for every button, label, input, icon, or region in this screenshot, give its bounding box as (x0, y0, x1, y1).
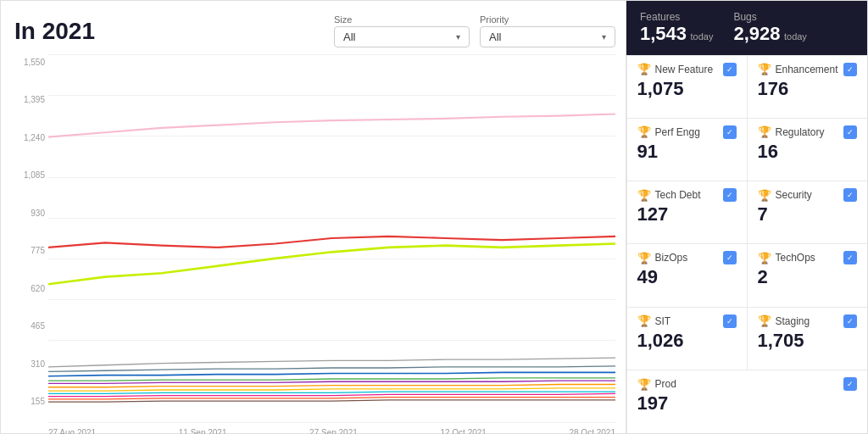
features-summary: Features 1,543 today (640, 11, 713, 45)
metric-name-row: 🏆 Tech Debt (637, 189, 701, 202)
metric-name: BizOps (655, 252, 688, 264)
metric-header: 🏆 Prod ✓ (637, 377, 857, 391)
metric-check-icon[interactable]: ✓ (723, 125, 737, 139)
metric-check-icon[interactable]: ✓ (843, 314, 857, 328)
metric-name: Perf Engg (655, 126, 700, 138)
metric-trophy-icon: 🏆 (637, 314, 651, 327)
metric-trophy-icon: 🏆 (637, 63, 651, 75)
priority-chevron-icon: ▾ (602, 32, 606, 42)
x-axis-label: 12 Oct 2021 (440, 428, 486, 434)
metric-name: Enhancement (776, 64, 838, 75)
metric-check-icon[interactable]: ✓ (843, 377, 857, 391)
metric-check-icon[interactable]: ✓ (843, 63, 857, 76)
metric-header: 🏆 Tech Debt ✓ (637, 188, 737, 202)
y-axis-label: 155 (14, 397, 48, 406)
metric-header: 🏆 BizOps ✓ (637, 251, 737, 264)
y-axis-label: 1,240 (14, 133, 48, 142)
metric-name-row: 🏆 BizOps (637, 252, 688, 264)
y-axis-label: 1,395 (14, 95, 48, 104)
priority-filter-select[interactable]: All ▾ (480, 26, 615, 47)
metric-check-icon[interactable]: ✓ (843, 251, 857, 264)
chart-area: In 2021 Size All ▾ Priority All ▾ (1, 1, 626, 433)
metric-trophy-icon: 🏆 (758, 314, 771, 327)
right-panel: Features 1,543 today Bugs 2,928 today 🏆 … (626, 1, 867, 433)
priority-filter-label: Priority (480, 14, 615, 25)
x-axis-label: 27 Sep 2021 (309, 428, 358, 434)
y-axis-label: 620 (14, 284, 48, 293)
bugs-label: Bugs (733, 11, 806, 23)
y-axis-label: 1,085 (14, 170, 48, 180)
size-filter-select[interactable]: All ▾ (334, 26, 470, 47)
metric-value: 176 (758, 78, 857, 100)
metric-name: TechOps (776, 252, 815, 264)
metric-card[interactable]: 🏆 BizOps ✓ 49 (626, 243, 748, 307)
metric-check-icon[interactable]: ✓ (843, 188, 857, 202)
metric-trophy-icon: 🏆 (637, 189, 651, 202)
bugs-summary: Bugs 2,928 today (733, 11, 806, 45)
metric-value: 91 (637, 141, 737, 163)
metric-check-icon[interactable]: ✓ (843, 125, 857, 139)
priority-filter-value: All (489, 31, 501, 43)
metric-header: 🏆 New Feature ✓ (637, 63, 737, 76)
metric-card[interactable]: 🏆 Tech Debt ✓ 127 (626, 181, 748, 244)
metric-card[interactable]: 🏆 Perf Engg ✓ 91 (626, 118, 748, 181)
metric-check-icon[interactable]: ✓ (723, 314, 737, 328)
metric-card[interactable]: 🏆 TechOps ✓ 2 (747, 243, 868, 307)
metric-name: Tech Debt (655, 189, 701, 201)
metric-name: New Feature (655, 64, 714, 75)
metric-name: Regulatory (776, 126, 825, 138)
metric-value: 1,075 (637, 78, 737, 100)
metric-name: SIT (655, 315, 671, 327)
metric-card[interactable]: 🏆 Security ✓ 7 (747, 181, 868, 244)
metric-name-row: 🏆 Prod (637, 378, 676, 391)
metric-card[interactable]: 🏆 Staging ✓ 1,705 (747, 307, 868, 370)
metric-name-row: 🏆 TechOps (758, 252, 815, 264)
chart-lines (48, 54, 615, 422)
metric-name-row: 🏆 Regulatory (758, 125, 825, 138)
metric-header: 🏆 Security ✓ (758, 188, 857, 202)
metric-check-icon[interactable]: ✓ (723, 63, 737, 76)
metric-name-row: 🏆 Staging (758, 314, 810, 327)
metric-check-icon[interactable]: ✓ (723, 251, 737, 264)
metric-check-icon[interactable]: ✓ (723, 188, 737, 202)
metric-card[interactable]: 🏆 Enhancement ✓ 176 (747, 55, 868, 119)
metric-trophy-icon: 🏆 (637, 125, 651, 138)
metric-value: 197 (637, 392, 857, 415)
features-sub: today (691, 31, 714, 42)
metric-card[interactable]: 🏆 SIT ✓ 1,026 (626, 307, 748, 370)
features-value: 1,543 (640, 23, 687, 44)
metric-value: 7 (758, 203, 857, 225)
y-axis: 1,5501,3951,2401,085930775620465310155 (14, 54, 48, 423)
x-axis-label: 28 Oct 2021 (569, 428, 615, 434)
metric-trophy-icon: 🏆 (758, 63, 771, 75)
metric-name-row: 🏆 Perf Engg (637, 125, 700, 138)
metric-name: Prod (655, 378, 676, 390)
size-chevron-icon: ▾ (456, 32, 460, 42)
metric-name-row: 🏆 Security (758, 189, 812, 202)
x-axis-label: 27 Aug 2021 (48, 428, 96, 434)
bugs-value: 2,928 (733, 23, 780, 44)
metric-card[interactable]: 🏆 Regulatory ✓ 16 (747, 118, 868, 181)
chart-title: In 2021 (14, 18, 95, 45)
metric-value: 127 (637, 203, 737, 225)
metrics-grid: 🏆 New Feature ✓ 1,075 🏆 Enhancement ✓ 17… (626, 55, 867, 433)
y-axis-label: 465 (14, 321, 48, 331)
summary-header: Features 1,543 today Bugs 2,928 today (626, 1, 867, 55)
x-axis-label: 11 Sep 2021 (179, 428, 227, 434)
size-filter-value: All (343, 31, 355, 43)
y-axis-label: 775 (14, 246, 48, 255)
y-axis-label: 1,550 (14, 58, 48, 67)
priority-filter-group: Priority All ▾ (480, 14, 615, 47)
metric-card[interactable]: 🏆 New Feature ✓ 1,075 (626, 55, 748, 119)
metric-value: 16 (758, 141, 857, 163)
metric-header: 🏆 TechOps ✓ (758, 251, 857, 264)
metric-trophy-icon: 🏆 (758, 125, 771, 138)
metric-name: Security (776, 189, 812, 201)
metric-value: 2 (758, 266, 857, 288)
features-label: Features (640, 11, 713, 23)
metric-trophy-icon: 🏆 (637, 378, 651, 391)
metric-name-row: 🏆 New Feature (637, 63, 714, 75)
metric-header: 🏆 SIT ✓ (637, 314, 737, 328)
bugs-sub: today (784, 31, 807, 42)
metric-card[interactable]: 🏆 Prod ✓ 197 (626, 370, 867, 433)
